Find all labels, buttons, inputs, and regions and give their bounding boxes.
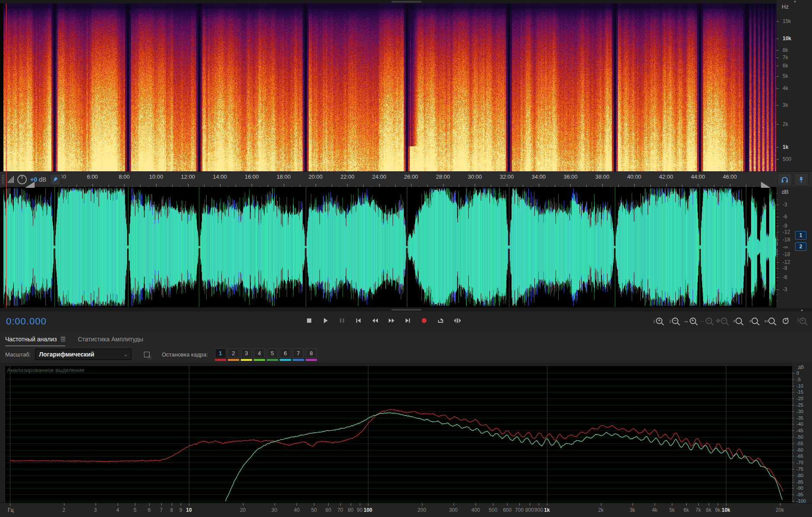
graph-y-tick-minor (792, 453, 793, 454)
scale-select[interactable]: Логарифмический ⌄ (35, 349, 131, 360)
graph-x-tick-label: 700 (515, 507, 524, 513)
graph-y-tick-label: -35 (796, 415, 803, 421)
time-label: 18:00 (277, 173, 291, 180)
selection-handle-left-icon[interactable] (25, 182, 35, 188)
hold-button-7[interactable]: 7 (293, 348, 304, 361)
hold-button-6[interactable]: 6 (280, 348, 291, 361)
timeline-ruler[interactable]: 4:006:008:0010:0012:0014:0016:0018:0020:… (0, 171, 812, 188)
tab-frequency-analysis[interactable]: Частотный анализ ☰ (5, 332, 65, 347)
copy-icon (144, 352, 150, 357)
top-scrollbar-handle[interactable] (391, 1, 422, 3)
db-tick (777, 240, 779, 240)
level-meter-icon[interactable] (8, 176, 14, 183)
channel-badge-1[interactable]: 1 (795, 231, 806, 240)
graph-y-tick-minor (792, 464, 793, 464)
graph-x-tick-label: 8k (706, 507, 712, 513)
graph-y-tick-minor (792, 409, 793, 409)
record-button[interactable] (418, 314, 431, 327)
freq-tick-label: 15k (783, 18, 791, 24)
zoom-selected-track-button[interactable]: Ī+ (796, 314, 808, 327)
graph-x-tick (368, 503, 368, 506)
zoom-modifier-glyph: ↕ (669, 318, 672, 324)
graph-y-tick (792, 405, 794, 405)
time-label: 24:00 (372, 173, 387, 180)
hold-label: Остановка кадра: (162, 351, 208, 358)
waveform-display[interactable] (3, 187, 776, 307)
skip-back-icon (355, 317, 363, 324)
graph-x-tick-label: 20k (776, 507, 784, 513)
db-tick-label: -12 (783, 229, 790, 235)
chevron-down-icon: ⌄ (124, 352, 128, 357)
copy-graph-button[interactable] (142, 350, 151, 359)
zoom-out-vertical-button[interactable]: ↕− (668, 314, 680, 327)
zoom-out-horizontal-button[interactable]: ↔− (700, 314, 712, 327)
waveform-db-scale[interactable]: dB 1 2 -3-3-6-6-9-9-12-12-18-18-∞ (776, 187, 812, 308)
fast-forward-button[interactable] (385, 314, 398, 327)
panel-menu-icon[interactable]: ☰ (60, 336, 65, 343)
channel-badge-2[interactable]: 2 (795, 242, 806, 251)
hold-color-bar (254, 359, 265, 361)
graph-y-tick-minor (792, 465, 793, 466)
graph-y-tick-label: -45 (796, 428, 803, 433)
graph-y-tick-minor (792, 493, 793, 494)
graph-y-tick-minor (792, 474, 793, 475)
pause-button[interactable] (336, 314, 348, 327)
hold-button-4[interactable]: 4 (254, 348, 265, 361)
playhead[interactable] (6, 3, 6, 308)
zoom-in-vertical-button[interactable]: ↕+ (652, 314, 664, 327)
bottom-scrollbar-handle[interactable] (391, 309, 422, 311)
graph-x-tick-label: 4k (652, 507, 658, 513)
tab-amplitude-statistics[interactable]: Статистика Амплитуды (78, 332, 143, 346)
hold-button-5[interactable]: 5 (267, 348, 278, 361)
zoom-to-in-point-button[interactable]: ‹ (732, 314, 744, 327)
graph-y-tick-minor (792, 423, 793, 423)
monitor-button[interactable] (777, 173, 792, 186)
graph-x-tick-label: 400 (471, 507, 480, 513)
zoom-to-selection-button[interactable]: ‹› (764, 314, 776, 327)
db-tick-minor (777, 252, 778, 253)
graph-x-tick-label: 3k (630, 507, 635, 513)
analyzed-selection-label: Анализированное выделение (7, 367, 84, 373)
graph-x-tick (686, 503, 687, 506)
skip-back-button[interactable] (352, 314, 365, 327)
hold-button-2[interactable]: 2 (228, 348, 239, 361)
graph-y-tick-label: -10 (796, 383, 803, 389)
spectrogram-display[interactable] (3, 3, 776, 171)
timecode-display[interactable]: 0:00.000 (6, 316, 47, 327)
loop-playback-button[interactable] (434, 314, 447, 327)
pin-button[interactable] (50, 174, 61, 185)
graph-y-tick-minor (792, 427, 793, 427)
scale-collapse-icon[interactable]: ▾ (794, 0, 796, 4)
hold-color-bar (306, 359, 317, 361)
freq-tick (777, 124, 779, 125)
graph-y-tick (792, 418, 794, 418)
hold-button-8[interactable]: 8 (306, 348, 317, 361)
drag-grip-icon[interactable] (2, 175, 4, 184)
rewind-button[interactable] (368, 314, 381, 327)
zoom-to-out-point-button[interactable]: › (748, 314, 760, 327)
graph-y-tick-minor (792, 410, 793, 411)
graph-plot-area[interactable]: Анализированное выделение (5, 366, 792, 503)
top-scrollbar[interactable] (0, 0, 812, 3)
play-button[interactable] (319, 314, 332, 327)
skip-forward-button[interactable] (401, 314, 414, 327)
selection-handle-right-icon[interactable] (761, 182, 770, 188)
skip-selection-button[interactable] (451, 314, 464, 327)
bottom-scrollbar[interactable]: ▴ (0, 308, 812, 311)
zoom-out-full-button[interactable]: ✥− (716, 314, 728, 327)
graph-x-tick (96, 503, 96, 506)
graph-x-tick-label: 100 (364, 507, 372, 513)
tab-label: Статистика Амплитуды (78, 336, 143, 343)
time-label: 14:00 (213, 173, 227, 180)
stop-button[interactable] (303, 314, 316, 327)
graph-x-tick (328, 503, 329, 506)
pin-display-button[interactable] (794, 173, 809, 186)
magnifier-icon (735, 318, 742, 324)
spectrogram-frequency-scale[interactable]: Hz ▾ 15k10k8k7k6k5k4k3k2k1k500 (776, 0, 812, 171)
graph-y-tick (792, 430, 794, 431)
hold-button-3[interactable]: 3 (241, 348, 252, 361)
hold-button-1[interactable]: 1 (215, 348, 226, 361)
zoom-in-horizontal-button[interactable]: ↔+ (684, 314, 696, 327)
time-label: 22:00 (340, 173, 355, 180)
reset-zoom-timer-button[interactable] (780, 314, 792, 327)
